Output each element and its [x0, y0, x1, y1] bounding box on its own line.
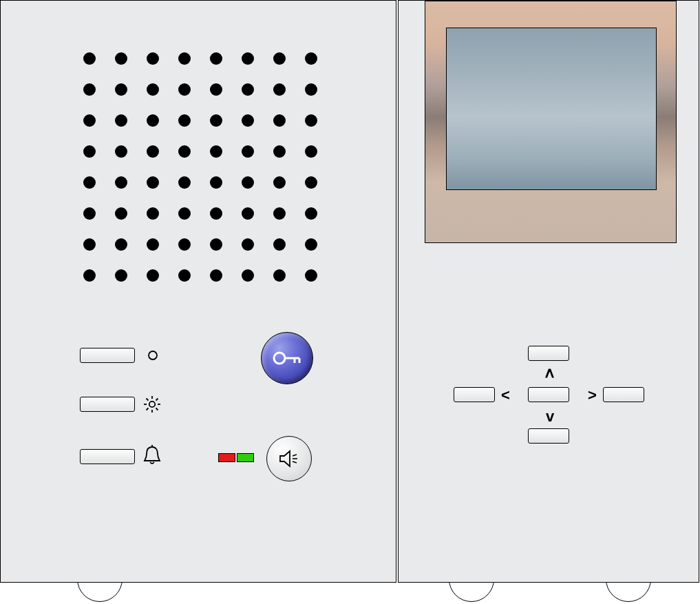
aux-button-1[interactable]: [80, 348, 135, 363]
speaker-grille: [83, 52, 317, 282]
door-open-button[interactable]: [261, 332, 313, 384]
svg-line-8: [156, 399, 158, 401]
chevron-up-icon: ʌ: [545, 364, 554, 382]
svg-line-17: [293, 461, 297, 463]
dpad-left-button[interactable]: [454, 387, 495, 402]
key-icon: [272, 348, 302, 368]
mount-foot: [441, 583, 502, 604]
light-button[interactable]: [80, 397, 135, 412]
talk-button[interactable]: [266, 436, 312, 481]
bell-icon: [142, 445, 162, 466]
display-bezel: [425, 1, 677, 243]
status-led-red: [218, 453, 235, 462]
dpad-up-button[interactable]: [528, 346, 569, 361]
brightness-icon: [142, 394, 162, 415]
chevron-right-icon: >: [588, 386, 597, 404]
status-led-green: [237, 453, 254, 462]
bell-button[interactable]: [80, 449, 135, 464]
dpad-down-button[interactable]: [528, 428, 569, 444]
dpad-right-button[interactable]: [603, 387, 644, 402]
display-screen: [446, 28, 657, 190]
chevron-down-icon: v: [546, 408, 554, 426]
svg-point-1: [149, 402, 155, 407]
speaker-icon: [277, 448, 301, 469]
svg-line-7: [156, 408, 158, 410]
video-panel: ʌ < > v: [398, 0, 699, 583]
circle-icon: [142, 345, 163, 366]
svg-line-9: [147, 408, 149, 410]
chevron-left-icon: <: [501, 386, 510, 404]
svg-line-6: [147, 399, 149, 401]
svg-point-0: [149, 351, 157, 360]
dpad-center-button[interactable]: [528, 387, 569, 402]
audio-panel: [0, 0, 396, 583]
mount-foot: [597, 583, 659, 604]
svg-line-15: [293, 455, 297, 456]
mount-foot: [69, 583, 131, 604]
svg-point-11: [274, 353, 285, 364]
